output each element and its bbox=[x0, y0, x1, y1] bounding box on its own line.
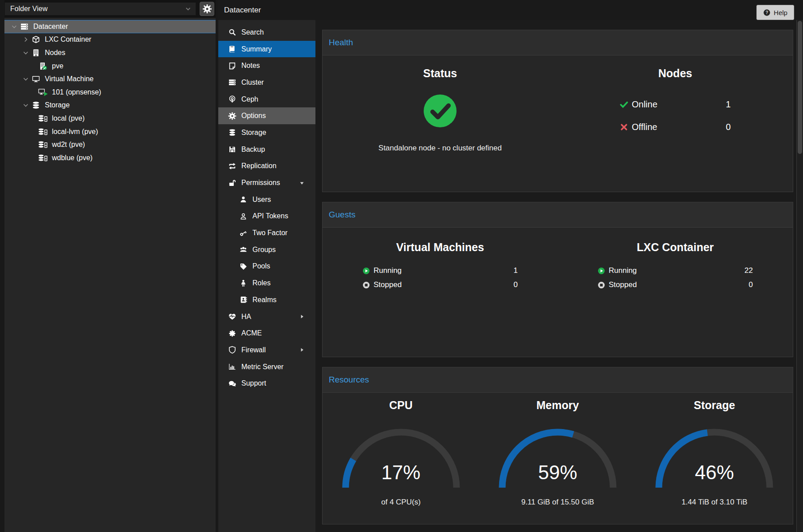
vm-running-label: Running bbox=[374, 266, 402, 275]
chevron-down-icon bbox=[185, 6, 191, 12]
gauge-heading: Memory bbox=[479, 399, 636, 412]
gear-icon bbox=[228, 112, 236, 120]
gauge-percent: 17% bbox=[339, 461, 463, 484]
nav-item-groups[interactable]: Groups bbox=[218, 241, 315, 258]
guests-panel-title: Guests bbox=[329, 210, 355, 220]
nav-item-roles[interactable]: Roles bbox=[218, 275, 315, 292]
tree-item-label: LXC Container bbox=[45, 35, 91, 43]
svg-text:?: ? bbox=[765, 10, 768, 15]
expander-down-icon[interactable] bbox=[22, 102, 29, 109]
tree-item-101-opnsense[interactable]: 101 (opnsense) bbox=[4, 86, 216, 99]
nav-item-options[interactable]: Options bbox=[218, 107, 315, 124]
nav-item-label: Permissions bbox=[241, 179, 280, 187]
monitor-icon bbox=[31, 75, 41, 83]
nav-item-notes[interactable]: Notes bbox=[218, 57, 315, 74]
nav-item-label: ACME bbox=[241, 329, 262, 337]
health-status-column: Status Standalone node - no cluster defi… bbox=[323, 55, 558, 153]
tree-item-label: Virtual Machine bbox=[45, 75, 94, 83]
caret-right-icon bbox=[299, 314, 305, 319]
scrollbar-thumb[interactable] bbox=[798, 21, 802, 154]
nav-item-label: Summary bbox=[241, 45, 272, 53]
nav-item-users[interactable]: Users bbox=[218, 191, 315, 208]
nav-item-summary[interactable]: Summary bbox=[218, 41, 315, 58]
nav-item-pools[interactable]: Pools bbox=[218, 258, 315, 275]
tree-item-local-pve[interactable]: local (pve) bbox=[4, 112, 216, 125]
vm-running-row: Running 1 bbox=[362, 264, 518, 278]
help-button[interactable]: ? Help bbox=[756, 5, 794, 20]
nav-item-label: Roles bbox=[252, 279, 271, 287]
tag-icon bbox=[239, 263, 248, 270]
ceph-icon bbox=[228, 95, 236, 103]
stopped-icon bbox=[598, 281, 605, 289]
tree-item-local-lvm-pve[interactable]: local-lvm (pve) bbox=[4, 125, 216, 138]
nav-item-firewall[interactable]: Firewall bbox=[218, 342, 315, 359]
lxc-heading: LXC Container bbox=[558, 241, 793, 254]
nav-item-acme[interactable]: ACME bbox=[218, 325, 315, 342]
nav-item-ceph[interactable]: Ceph bbox=[218, 91, 315, 108]
gauge-cpu: CPU17%of 4 CPU(s) bbox=[323, 393, 479, 507]
gauge-heading: CPU bbox=[323, 399, 479, 412]
nav-item-label: Replication bbox=[241, 162, 276, 170]
tree-item-label: pve bbox=[52, 62, 63, 70]
person-icon bbox=[239, 280, 248, 287]
tree-item-nodes[interactable]: Nodes bbox=[4, 46, 216, 59]
expander-down-icon[interactable] bbox=[22, 75, 29, 83]
expander-down-icon[interactable] bbox=[22, 49, 29, 56]
nav-item-metric-server[interactable]: Metric Server bbox=[218, 359, 315, 375]
nav-item-realms[interactable]: Realms bbox=[218, 292, 315, 308]
nav-item-label: Options bbox=[241, 112, 266, 120]
nodes-online-row: Online 1 bbox=[620, 93, 731, 116]
database-icon bbox=[228, 129, 236, 136]
nav-item-cluster[interactable]: Cluster bbox=[218, 74, 315, 91]
tree-item-virtual-machine[interactable]: Virtual Machine bbox=[4, 72, 216, 86]
nav-item-label: Storage bbox=[241, 129, 266, 137]
nav-item-two-factor[interactable]: Two Factor bbox=[218, 225, 315, 241]
nav-item-backup[interactable]: Backup bbox=[218, 141, 315, 158]
cube-icon bbox=[31, 35, 41, 43]
resource-tree: DatacenterLXC ContainerNodespveVirtual M… bbox=[4, 18, 216, 165]
tree-item-datacenter[interactable]: Datacenter bbox=[4, 20, 216, 33]
gauge-heading: Storage bbox=[636, 399, 793, 412]
nav-item-search[interactable]: Search bbox=[218, 24, 315, 41]
health-panel-header: Health bbox=[323, 30, 793, 55]
tree-item-storage[interactable]: Storage bbox=[4, 99, 216, 112]
resources-panel: Resources CPU17%of 4 CPU(s)Memory59%9.11… bbox=[322, 367, 793, 524]
gauge-caption: 9.11 GiB of 15.50 GiB bbox=[479, 498, 636, 507]
tree-item-wdblue-pve[interactable]: wdblue (pve) bbox=[4, 151, 216, 165]
cluster-status-message: Standalone node - no cluster defined bbox=[323, 144, 558, 153]
nav-item-permissions[interactable]: Permissions bbox=[218, 174, 315, 191]
database-drive-icon bbox=[38, 128, 48, 136]
nav-item-api-tokens[interactable]: API Tokens bbox=[218, 208, 315, 225]
chat-icon bbox=[228, 380, 236, 387]
expander-down-icon[interactable] bbox=[11, 23, 18, 30]
nav-item-replication[interactable]: Replication bbox=[218, 158, 315, 175]
vm-stopped-count: 0 bbox=[514, 280, 518, 289]
status-heading: Status bbox=[323, 67, 558, 80]
book-icon bbox=[228, 45, 236, 53]
help-button-label: Help bbox=[774, 9, 787, 16]
tree-item-label: Nodes bbox=[45, 49, 65, 57]
expander-right-icon[interactable] bbox=[22, 36, 29, 43]
tree-item-pve[interactable]: pve bbox=[4, 59, 216, 73]
nav-item-storage[interactable]: Storage bbox=[218, 124, 315, 141]
replication-icon bbox=[228, 162, 236, 170]
monitor-play-icon bbox=[38, 88, 48, 96]
tree-item-label: Datacenter bbox=[33, 23, 68, 31]
tree-settings-button[interactable] bbox=[200, 2, 214, 16]
nav-item-support[interactable]: Support bbox=[218, 375, 315, 392]
nav-item-ha[interactable]: HA bbox=[218, 308, 315, 325]
lxc-stopped-row: Stopped 0 bbox=[598, 278, 753, 292]
user-icon bbox=[239, 196, 248, 203]
building-check-icon bbox=[38, 62, 48, 70]
health-panel: Health Status Standalone node - no clust… bbox=[322, 30, 793, 192]
view-mode-select[interactable]: Folder View bbox=[4, 2, 196, 16]
tree-item-lxc-container[interactable]: LXC Container bbox=[4, 33, 216, 47]
guests-panel-header: Guests bbox=[323, 202, 793, 228]
search-icon bbox=[228, 28, 236, 36]
page-title: Datacenter bbox=[224, 6, 261, 15]
database-drive-icon bbox=[38, 154, 48, 162]
unlock-icon bbox=[228, 179, 236, 187]
gauge-memory: Memory59%9.11 GiB of 15.50 GiB bbox=[479, 393, 636, 507]
server-stack-icon bbox=[20, 23, 29, 31]
tree-item-wd2t-pve[interactable]: wd2t (pve) bbox=[4, 138, 216, 151]
